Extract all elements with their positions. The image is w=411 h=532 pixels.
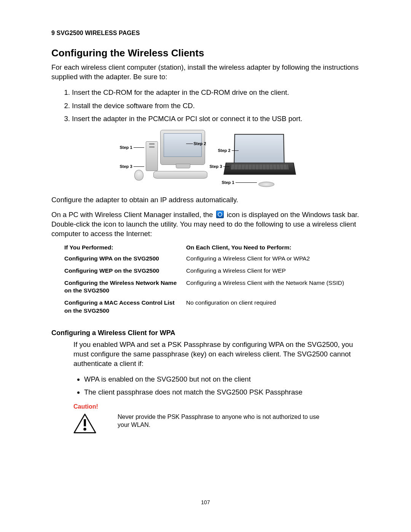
install-steps-list: Insert the CD-ROM for the adapter in the… (62, 87, 362, 125)
figure-label: Step 1 (222, 180, 234, 185)
client-config-table: If You Performed: On Each Client, You Ne… (64, 244, 354, 319)
laptop-illustration (226, 134, 294, 185)
warning-triangle-icon (73, 413, 96, 434)
page-number: 107 (0, 499, 411, 505)
figure-label: Step 1 (120, 145, 132, 150)
table-cell-left: Configuring a MAC Access Control List on… (64, 299, 186, 319)
installation-figure: Step 1 Step 2 Step 3 Step 2 Step 3 Step … (115, 130, 298, 187)
wpa-bullets: WPA is enabled on the SVG2500 but not on… (76, 374, 362, 398)
table-row: Configuring a MAC Access Control List on… (64, 299, 354, 319)
mouse-icon (134, 170, 143, 181)
caution-block: Never provide the PSK Passphrase to anyo… (51, 413, 362, 434)
cd-disc-icon (258, 182, 274, 187)
wpa-paragraph: If you enabled WPA and set a PSK Passphr… (73, 340, 362, 369)
caution-label: Caution! (73, 403, 362, 410)
table-cell-right: Configuring a Wireless Client for WEP (186, 267, 354, 279)
step-item: Insert the adapter in the PCMCIA or PCI … (72, 113, 362, 125)
desktop-pc-illustration (146, 130, 207, 179)
step-item: Insert the CD-ROM for the adapter in the… (72, 87, 362, 98)
keyboard-icon (153, 171, 207, 179)
leader-line (232, 150, 239, 151)
table-row: Configuring WPA on the SVG2500 Configuri… (64, 255, 354, 267)
svg-rect-1 (84, 419, 86, 427)
leader-line (186, 144, 193, 144)
subsection-title: Configuring a Wireless Client for WPA (51, 329, 362, 337)
caution-text: Never provide the PSK Passphrase to anyo… (118, 413, 331, 429)
after-figure-paragraph: Configure the adapter to obtain an IP ad… (51, 195, 362, 205)
laptop-base-icon (223, 163, 296, 175)
svg-point-2 (83, 428, 86, 431)
table-cell-right: No configuration on client required (186, 299, 354, 319)
figure-label: Step 3 (120, 164, 132, 169)
table-header-right: On Each Client, You Need to Perform: (186, 244, 354, 255)
manual-page: 9 SVG2500 WIRELESS PAGES Configuring the… (0, 0, 411, 532)
wireless-manager-tray-icon (216, 211, 224, 218)
table-header-left: If You Performed: (64, 244, 186, 255)
table-cell-left: Configuring WPA on the SVG2500 (64, 255, 186, 267)
table-cell-right: Configuring a Wireless Client with the N… (186, 279, 354, 299)
figure-label: Step 3 (210, 164, 222, 169)
step-item: Install the device software from the CD. (72, 101, 362, 112)
crt-monitor-icon (160, 130, 205, 165)
leader-line (236, 182, 257, 183)
bullet-item: The client passphrase does not match the… (84, 387, 362, 398)
tray-icon-paragraph: On a PC with Wireless Client Manager ins… (51, 210, 362, 239)
laptop-screen-icon (234, 134, 285, 165)
figure-label: Step 2 (194, 141, 206, 146)
chapter-header: 9 SVG2500 WIRELESS PAGES (51, 30, 362, 37)
intro-paragraph: For each wireless client computer (stati… (51, 63, 362, 82)
table-cell-left: Configuring the Wireless Network Name on… (64, 279, 186, 299)
table-row: Configuring WEP on the SVG2500 Configuri… (64, 267, 354, 279)
bullet-item: WPA is enabled on the SVG2500 but not on… (84, 374, 362, 385)
leader-line (134, 166, 144, 167)
leader-line (134, 147, 144, 148)
tray-para-part-a: On a PC with Wireless Client Manager ins… (51, 211, 215, 219)
pc-tower-icon (146, 141, 158, 171)
figure-label: Step 2 (218, 148, 231, 153)
section-title: Configuring the Wireless Clients (51, 47, 362, 59)
table-cell-right: Configuring a Wireless Client for WPA or… (186, 255, 354, 267)
table-row: Configuring the Wireless Network Name on… (64, 279, 354, 299)
table-cell-left: Configuring WEP on the SVG2500 (64, 267, 186, 279)
leader-line (223, 166, 229, 167)
